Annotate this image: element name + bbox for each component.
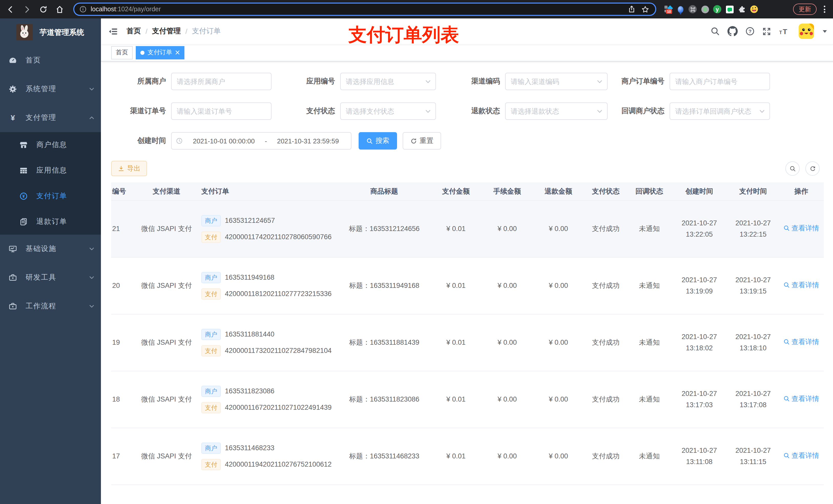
view-details-link[interactable]: 查看详情 [783, 337, 819, 348]
filter-input-1[interactable] [346, 78, 430, 85]
avatar[interactable] [799, 24, 814, 39]
share-icon[interactable] [628, 6, 635, 13]
browser-menu-icon[interactable] [821, 6, 828, 13]
address-bar[interactable]: localhost:1024/pay/order [73, 3, 656, 16]
filter-input-0[interactable] [177, 78, 266, 85]
refresh-table-button[interactable] [805, 161, 820, 176]
extension-dot-icon[interactable] [700, 5, 710, 14]
filter-input-6[interactable] [511, 107, 602, 115]
date-line: 13:17:08 [728, 400, 779, 411]
grid-icon [20, 166, 28, 175]
browser-nav [4, 3, 66, 15]
date-line: 2021-10-27 [671, 218, 728, 229]
sidebar-item-首页[interactable]: 首页 [0, 46, 101, 75]
filter-input-5[interactable] [346, 107, 430, 115]
column-header: 支付渠道 [136, 187, 197, 196]
forward-icon[interactable] [21, 3, 33, 15]
url-text[interactable]: localhost:1024/pay/order [91, 6, 628, 13]
chevron-down-icon [596, 78, 603, 85]
search-icon[interactable] [711, 27, 720, 36]
filter-select[interactable] [505, 73, 608, 90]
tab-首页[interactable]: 首页 [111, 46, 133, 59]
fullscreen-icon[interactable] [762, 27, 771, 35]
filter-input[interactable] [171, 102, 271, 120]
extension-emoji-icon[interactable] [749, 5, 759, 14]
dashboard-icon [9, 56, 17, 65]
omnibox-actions [628, 5, 649, 13]
filter-row-2: 渠道订单号支付状态退款状态回调商户状态 [111, 102, 824, 120]
collapse-sidebar-icon[interactable] [107, 26, 118, 37]
sidebar-item-退款订单[interactable]: 退款订单 [0, 209, 101, 235]
refresh-icon [410, 138, 417, 144]
date-range-input[interactable]: 2021-10-01 00:00:00 - 2021-10-31 23:59:5… [171, 132, 352, 149]
view-details-link[interactable]: 查看详情 [783, 393, 819, 405]
breadcrumb-item[interactable]: 首页 [126, 27, 141, 36]
cell-notify: 未通知 [627, 451, 671, 462]
filter-input-4[interactable] [177, 107, 266, 115]
sidebar-item-研发工具[interactable]: 研发工具 [0, 263, 101, 292]
show-search-button[interactable] [785, 161, 800, 176]
extension-balloon-icon[interactable] [676, 5, 685, 14]
magnifier-icon [783, 453, 790, 459]
column-header: 操作 [779, 187, 824, 196]
site-info-icon[interactable] [79, 6, 87, 13]
sidebar-item-应用信息[interactable]: 应用信息 [0, 158, 101, 183]
view-details-link[interactable]: 查看详情 [783, 223, 819, 234]
pay-order-no: 4200001173202110272847982104 [225, 345, 331, 357]
sidebar-item-支付管理[interactable]: ¥支付管理 [0, 103, 101, 132]
order-merchant-line: 商户1635311881440 [201, 329, 338, 340]
chevron-down-icon [759, 108, 765, 115]
breadcrumb-item: 支付订单 [192, 27, 221, 36]
font-size-icon[interactable]: TT [779, 27, 789, 35]
sidebar-item-系统管理[interactable]: 系统管理 [0, 75, 101, 103]
extension-grid-icon[interactable]: 10 [663, 5, 673, 14]
filter-input[interactable] [670, 73, 770, 90]
logo-row[interactable]: 芋道管理系统 [0, 19, 101, 46]
avatar-caret-icon[interactable] [823, 30, 827, 32]
date-start[interactable]: 2021-10-01 00:00:00 [185, 137, 263, 145]
help-icon[interactable]: ? [745, 27, 755, 36]
export-button[interactable]: 导出 [111, 161, 147, 176]
close-icon[interactable] [175, 50, 180, 55]
filter-input[interactable] [171, 73, 271, 90]
merchant-tag: 商户 [201, 442, 221, 454]
extension-command-icon[interactable] [688, 5, 697, 14]
view-details-link[interactable]: 查看详情 [783, 280, 819, 291]
extension-puzzle-icon[interactable] [737, 5, 746, 14]
filter-row-3: 创建时间 2021-10-01 00:00:00 - 2021-10-31 23… [111, 132, 824, 149]
cell-notify: 未通知 [627, 223, 671, 235]
back-icon[interactable] [4, 3, 16, 15]
filter-select[interactable] [340, 102, 436, 120]
filter-input-2[interactable] [511, 78, 602, 85]
sidebar-item-基础设施[interactable]: 基础设施 [0, 235, 101, 263]
date-end[interactable]: 2021-10-31 23:59:59 [269, 137, 347, 145]
cell-order: 商户1635312124657支付42000011742021102780605… [197, 215, 338, 243]
home-icon[interactable] [53, 3, 66, 15]
filter-select[interactable] [505, 102, 608, 120]
bookmark-star-icon[interactable] [641, 5, 649, 13]
filter-input-7[interactable] [675, 107, 764, 115]
extension-y-icon[interactable]: y [713, 5, 722, 14]
date-line: 2021-10-27 [728, 274, 779, 286]
sidebar-item-商户信息[interactable]: 商户信息 [0, 132, 101, 158]
github-icon[interactable] [728, 26, 738, 37]
update-button[interactable]: 更新 [793, 4, 817, 15]
screen: localhost:1024/pay/order 10 y 更新 [0, 0, 833, 504]
breadcrumb-item[interactable]: 支付管理 [152, 27, 181, 36]
filter-select[interactable] [340, 73, 436, 90]
magnifier-icon [783, 225, 790, 232]
magnifier-icon [783, 396, 790, 402]
tab-支付订单[interactable]: 支付订单 [136, 46, 185, 59]
sidebar-item-支付订单[interactable]: ¥支付订单 [0, 183, 101, 209]
reset-button-label: 重置 [420, 136, 433, 145]
reset-button[interactable]: 重置 [403, 132, 441, 149]
sidebar-item-工作流程[interactable]: 工作流程 [0, 292, 101, 321]
view-details-link[interactable]: 查看详情 [783, 450, 819, 461]
filter-input-3[interactable] [675, 78, 764, 85]
extension-chat-icon[interactable] [725, 5, 734, 14]
filter-select[interactable] [670, 102, 770, 120]
cell-notify: 未通知 [627, 394, 671, 405]
date-line: 13:18:02 [671, 343, 728, 354]
search-button[interactable]: 搜索 [359, 132, 397, 149]
reload-icon[interactable] [37, 3, 49, 15]
